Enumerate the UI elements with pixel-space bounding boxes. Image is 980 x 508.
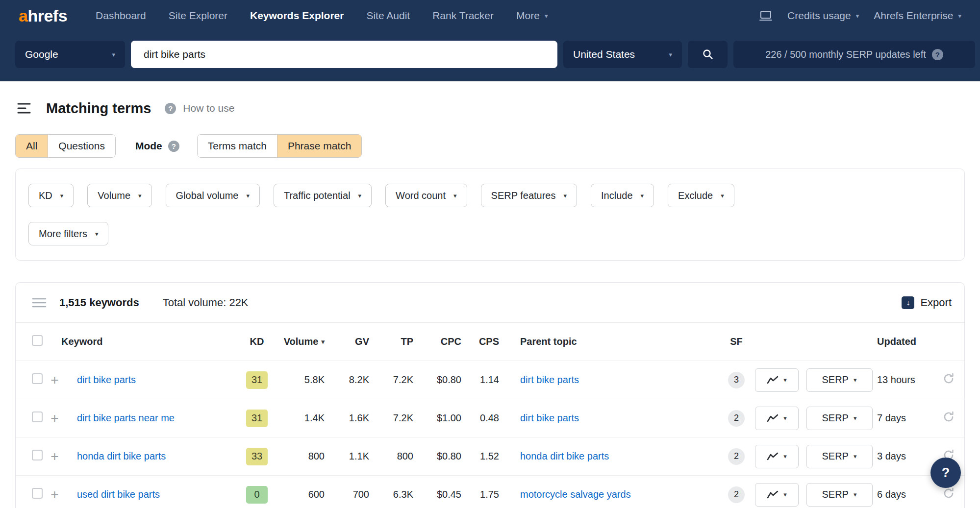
tab-phrase-match[interactable]: Phrase match — [277, 135, 362, 157]
trend-chart-button[interactable]: ▾ — [755, 407, 799, 430]
enterprise-menu[interactable]: Ahrefs Enterprise▾ — [874, 10, 961, 22]
add-keyword-icon[interactable]: + — [50, 372, 58, 387]
serp-button[interactable]: SERP ▾ — [806, 407, 873, 430]
nav-right: Credits usage▾ Ahrefs Enterprise▾ — [759, 10, 961, 22]
nav-site-explorer[interactable]: Site Explorer — [169, 10, 227, 22]
chevron-down-icon: ▾ — [246, 193, 250, 199]
parent-topic-link[interactable]: dirt bike parts — [520, 412, 579, 423]
search-submit-button[interactable] — [688, 41, 728, 68]
sf-count-badge: 2 — [728, 410, 745, 427]
row-checkbox[interactable] — [32, 488, 43, 499]
nav-keywords-explorer[interactable]: Keywords Explorer — [250, 10, 344, 22]
nav-dashboard[interactable]: Dashboard — [96, 10, 146, 22]
table-row: + used dirt bike parts 0 600 700 6.3K $0… — [16, 476, 964, 508]
chevron-down-icon: ▾ — [856, 13, 859, 19]
trend-chart-button[interactable]: ▾ — [755, 368, 799, 392]
help-icon[interactable]: ? — [168, 141, 179, 152]
keyword-link[interactable]: used dirt bike parts — [77, 489, 160, 500]
serp-button[interactable]: SERP ▾ — [806, 483, 873, 507]
updated-value: 6 days — [876, 489, 942, 500]
search-bar: Google▾ United States▾ 226 / 500 monthly… — [0, 31, 980, 68]
chevron-down-icon: ▾ — [721, 193, 724, 199]
trend-chart-button[interactable]: ▾ — [755, 483, 799, 507]
parent-topic-link[interactable]: dirt bike parts — [520, 374, 579, 385]
kd-badge: 31 — [246, 371, 268, 389]
col-gv[interactable]: GV — [330, 336, 375, 347]
export-button[interactable]: ↓ Export — [902, 296, 952, 309]
tp-value: 6.3K — [375, 489, 419, 500]
tab-terms-match[interactable]: Terms match — [198, 135, 277, 157]
parent-topic-link[interactable]: honda dirt bike parts — [520, 451, 609, 461]
cpc-value: $0.45 — [419, 489, 467, 500]
help-icon[interactable]: ? — [932, 49, 943, 60]
chevron-down-icon: ▾ — [453, 193, 457, 199]
add-keyword-icon[interactable]: + — [50, 487, 58, 502]
refresh-icon[interactable] — [942, 411, 955, 423]
filter-word-count[interactable]: Word count▾ — [385, 184, 467, 207]
filter-volume[interactable]: Volume▾ — [87, 184, 151, 207]
filters-row-1: KD▾ Volume▾ Global volume▾ Traffic poten… — [28, 184, 952, 207]
col-volume[interactable]: Volume▾ — [279, 336, 330, 347]
filter-serp-features[interactable]: SERP features▾ — [481, 184, 577, 207]
page-title: Matching terms — [46, 100, 151, 117]
filter-kd[interactable]: KD▾ — [28, 184, 74, 207]
tab-questions[interactable]: Questions — [48, 135, 115, 157]
ahrefs-logo[interactable]: ahrefs — [19, 6, 67, 25]
tab-all[interactable]: All — [16, 135, 48, 157]
help-fab[interactable]: ? — [930, 458, 961, 488]
row-checkbox[interactable] — [32, 450, 43, 460]
filter-include[interactable]: Include▾ — [591, 184, 654, 207]
col-sf[interactable]: SF — [722, 336, 751, 347]
table-row: + dirt bike parts near me 31 1.4K 1.6K 7… — [16, 399, 964, 437]
table-menu-icon[interactable] — [32, 297, 47, 308]
add-keyword-icon[interactable]: + — [50, 411, 58, 426]
filter-global-volume[interactable]: Global volume▾ — [166, 184, 260, 207]
keyword-link[interactable]: honda dirt bike parts — [77, 451, 166, 461]
col-cps[interactable]: CPS — [467, 336, 505, 347]
search-engine-select[interactable]: Google▾ — [15, 41, 125, 68]
nav-more[interactable]: More▾ — [516, 10, 548, 22]
help-icon[interactable]: ? — [165, 103, 176, 114]
chevron-down-icon: ▾ — [138, 193, 142, 199]
credits-usage-menu[interactable]: Credits usage▾ — [787, 10, 859, 22]
chevron-down-icon: ▾ — [60, 193, 64, 199]
trend-chart-button[interactable]: ▾ — [755, 445, 799, 468]
refresh-icon[interactable] — [942, 372, 955, 385]
table-row: + honda dirt bike parts 33 800 1.1K 800 … — [16, 437, 964, 476]
serp-button[interactable]: SERP ▾ — [806, 445, 873, 468]
col-keyword[interactable]: Keyword — [44, 336, 235, 347]
cps-value: 1.52 — [467, 451, 505, 462]
add-keyword-icon[interactable]: + — [50, 449, 58, 464]
refresh-icon[interactable] — [942, 487, 955, 500]
sidebar-toggle-icon[interactable] — [17, 102, 31, 115]
country-select[interactable]: United States▾ — [563, 41, 682, 68]
chevron-down-icon: ▾ — [958, 13, 961, 19]
col-tp[interactable]: TP — [375, 336, 419, 347]
chevron-down-icon: ▾ — [854, 491, 857, 498]
gv-value: 8.2K — [330, 374, 375, 386]
col-cpc[interactable]: CPC — [419, 336, 467, 347]
keyword-count: 1,515 keywords — [59, 296, 139, 309]
col-kd[interactable]: KD — [235, 336, 279, 347]
parent-topic-link[interactable]: motorcycle salvage yards — [520, 489, 631, 500]
nav-rank-tracker[interactable]: Rank Tracker — [432, 10, 494, 22]
col-updated[interactable]: Updated — [876, 336, 942, 347]
keyword-link[interactable]: dirt bike parts near me — [77, 412, 175, 423]
filter-exclude[interactable]: Exclude▾ — [668, 184, 734, 207]
chevron-down-icon: ▾ — [112, 51, 115, 58]
keyword-search-input[interactable] — [131, 41, 557, 68]
filter-more[interactable]: More filters▾ — [28, 222, 108, 245]
sf-count-badge: 2 — [728, 448, 745, 465]
screen-icon[interactable] — [759, 10, 773, 22]
nav-site-audit[interactable]: Site Audit — [366, 10, 410, 22]
serp-button[interactable]: SERP ▾ — [806, 368, 873, 392]
select-all-checkbox[interactable] — [32, 335, 43, 346]
filter-traffic-potential[interactable]: Traffic potential▾ — [274, 184, 372, 207]
gv-value: 1.1K — [330, 451, 375, 462]
row-checkbox[interactable] — [32, 373, 43, 384]
col-parent-topic[interactable]: Parent topic — [505, 336, 722, 347]
how-to-use-link[interactable]: How to use — [183, 102, 234, 114]
row-checkbox[interactable] — [32, 411, 43, 422]
trend-icon — [767, 490, 779, 499]
keyword-link[interactable]: dirt bike parts — [77, 374, 136, 385]
